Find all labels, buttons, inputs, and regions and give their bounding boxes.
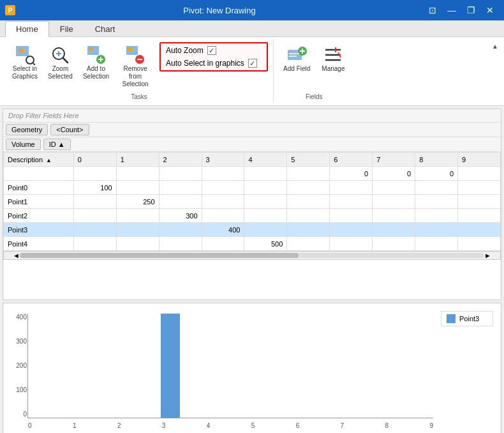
col-6-header: 6	[330, 153, 373, 167]
x-label-9: 9	[429, 422, 433, 429]
cell-4-7	[373, 237, 415, 251]
restore-button[interactable]: ❐	[462, 3, 480, 17]
empty-col-2	[159, 167, 202, 181]
col-3-header: 3	[202, 153, 244, 167]
cell-0-6	[330, 181, 373, 195]
row-desc-3: Point3	[4, 223, 74, 237]
scroll-track	[20, 253, 484, 258]
table-row[interactable]: Point1250	[4, 195, 501, 209]
scroll-right-btn[interactable]: ►	[484, 252, 491, 259]
cell-3-3: 400	[202, 223, 244, 237]
scroll-thumb[interactable]	[20, 253, 299, 258]
y-label-0: 0	[9, 411, 27, 418]
cell-2-8	[415, 209, 458, 223]
remove-from-selection-icon	[125, 45, 145, 65]
ribbon-group-fields: Add Field Manage Fields	[274, 40, 354, 103]
chart-bars	[28, 314, 433, 418]
tab-file[interactable]: File	[49, 21, 84, 36]
row-desc-0: Point0	[4, 181, 74, 195]
remove-from-selection-label: Remove fromSelection	[119, 65, 151, 88]
close-button[interactable]: ✕	[481, 3, 499, 17]
cell-3-0	[73, 223, 116, 237]
add-field-button[interactable]: Add Field	[279, 42, 315, 75]
ribbon-collapse-button[interactable]: ▲	[489, 40, 501, 52]
cell-3-1	[116, 223, 159, 237]
manage-button[interactable]: Manage	[317, 42, 349, 75]
tab-home[interactable]: Home	[5, 21, 49, 37]
cell-4-9	[458, 237, 501, 251]
add-field-label: Add Field	[283, 65, 310, 73]
maximize-button[interactable]: ⊡	[424, 3, 441, 17]
cell-0-4	[244, 181, 287, 195]
row-desc-2: Point2	[4, 209, 74, 223]
cell-0-7	[373, 181, 415, 195]
fields-group-label: Fields	[279, 91, 349, 100]
cell-4-4: 500	[244, 237, 287, 251]
x-label-0: 0	[28, 422, 32, 429]
cell-1-4	[244, 195, 287, 209]
cell-0-2	[159, 181, 202, 195]
svg-rect-1	[19, 49, 24, 52]
description-header[interactable]: Description ▲	[4, 153, 74, 167]
auto-zoom-checkbox[interactable]	[207, 46, 216, 55]
tasks-group-label: Tasks	[8, 91, 271, 100]
cell-3-5	[287, 223, 330, 237]
col-2-header: 2	[159, 153, 202, 167]
cell-2-9	[458, 209, 501, 223]
data-table-wrapper[interactable]: Description ▲ 0 1 2 3 4 5 6 7 8 9	[3, 152, 501, 300]
empty-col-3	[202, 167, 244, 181]
cell-0-8	[415, 181, 458, 195]
zoom-selected-button[interactable]: ZoomSelected	[43, 42, 77, 83]
data-table: Description ▲ 0 1 2 3 4 5 6 7 8 9	[3, 152, 501, 251]
table-row[interactable]: Point0100	[4, 181, 501, 195]
app-icon: P	[5, 5, 15, 15]
manage-icon	[323, 45, 343, 65]
add-to-selection-icon	[86, 45, 107, 65]
title-bar: P Pivot: New Drawing ⊡ — ❐ ✕	[0, 0, 504, 20]
cell-3-7	[373, 223, 415, 237]
minimize-button[interactable]: —	[443, 3, 461, 17]
geometry-field-btn[interactable]: Geometry	[6, 124, 48, 135]
manage-label: Manage	[322, 65, 345, 73]
table-row[interactable]: Point4500	[4, 237, 501, 251]
add-to-selection-button[interactable]: Add toSelection	[78, 42, 114, 83]
volume-field-btn[interactable]: Volume	[6, 139, 41, 150]
cell-0-1	[116, 181, 159, 195]
cell-2-3	[202, 209, 244, 223]
chart-legend: Point3	[438, 308, 496, 431]
id-field-btn[interactable]: ID ▲	[43, 139, 71, 150]
select-in-graphics-button[interactable]: Select inGraphics	[8, 42, 42, 83]
pivot-row-fields: Geometry <Count>	[3, 123, 501, 137]
empty-label	[4, 167, 74, 181]
chart-bar-3	[161, 314, 180, 418]
empty-col-0	[73, 167, 116, 181]
table-row[interactable]: Point3400	[4, 223, 501, 237]
ribbon-group-tasks: Select inGraphics ZoomSelected	[5, 40, 274, 103]
cell-3-9	[458, 223, 501, 237]
cell-2-7	[373, 209, 415, 223]
auto-select-label: Auto Select in graphics	[166, 59, 244, 68]
cell-4-2	[159, 237, 202, 251]
cell-0-0: 100	[73, 181, 116, 195]
col-5-header: 5	[287, 153, 330, 167]
scroll-left-btn[interactable]: ◄	[13, 252, 20, 259]
col-8-header: 8	[415, 153, 458, 167]
table-row[interactable]: Point2300	[4, 209, 501, 223]
cell-4-5	[287, 237, 330, 251]
zoom-selected-label: ZoomSelected	[48, 65, 73, 80]
horizontal-scrollbar[interactable]: ◄ ►	[3, 251, 501, 260]
menu-bar: Home File Chart	[0, 20, 504, 37]
tasks-buttons: Select inGraphics ZoomSelected	[8, 42, 271, 91]
tab-chart[interactable]: Chart	[84, 21, 126, 36]
col-4-header: 4	[244, 153, 287, 167]
empty-col-5	[287, 167, 330, 181]
count-field-btn[interactable]: <Count>	[50, 124, 89, 135]
auto-select-checkbox[interactable]	[248, 59, 257, 68]
cell-4-8	[415, 237, 458, 251]
x-label-3: 3	[162, 422, 166, 429]
remove-from-selection-button[interactable]: Remove fromSelection	[115, 42, 156, 91]
cell-1-8	[415, 195, 458, 209]
cell-3-4	[244, 223, 287, 237]
x-label-1: 1	[73, 422, 77, 429]
legend-label-point3: Point3	[459, 315, 479, 323]
